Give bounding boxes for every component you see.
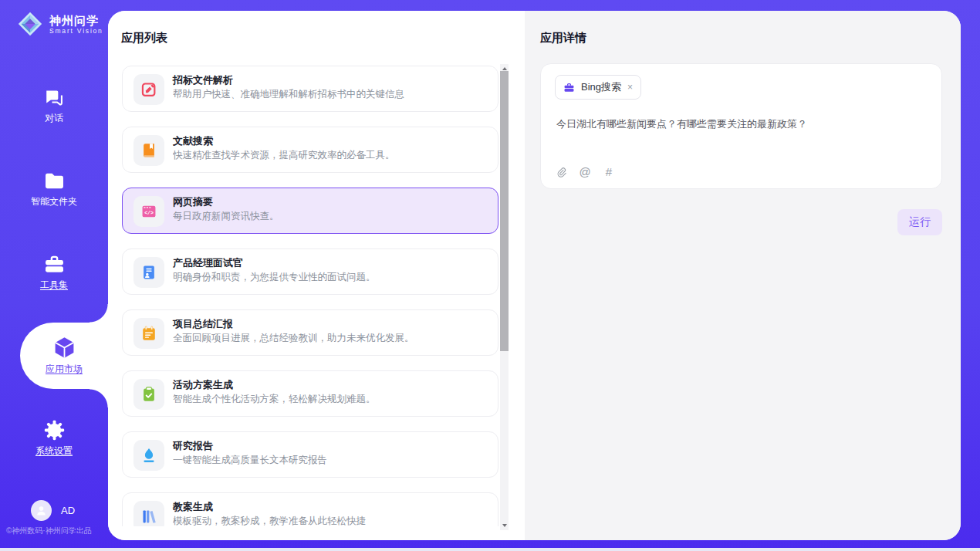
briefcase-icon xyxy=(563,82,575,93)
app-desc: 帮助用户快速、准确地理解和解析招标书中的关键信息 xyxy=(173,88,488,101)
sidebar-item-label: 应用市场 xyxy=(46,363,83,376)
hash-icon[interactable]: # xyxy=(603,166,615,178)
app-title: 活动方案生成 xyxy=(173,378,233,392)
avatar xyxy=(31,500,52,521)
book-icon xyxy=(133,135,164,166)
app-card-lesson-plan[interactable]: 教案生成 模板驱动，教案秒成，教学准备从此轻松快捷 xyxy=(122,492,498,526)
folder-icon xyxy=(43,170,66,192)
scrollbar-thumb[interactable] xyxy=(500,71,509,351)
app-desc: 一键智能生成高质量长文本研究报告 xyxy=(173,454,488,467)
scroll-down-arrow[interactable] xyxy=(500,521,509,530)
user-name: AD xyxy=(61,505,75,516)
app-card-bid-doc-parse[interactable]: 招标文件解析 帮助用户快速、准确地理解和解析招标书中的关键信息 xyxy=(122,66,498,112)
sidebar-active-bubble: 应用市场 xyxy=(20,323,108,389)
app-desc: 全面回顾项目进展，总结经验教训，助力未来优化发展。 xyxy=(173,332,488,345)
app-desc: 模板驱动，教案秒成，教学准备从此轻松快捷 xyxy=(173,515,488,526)
app-desc: 明确身份和职责，为您提供专业性的面试问题。 xyxy=(173,271,488,284)
sidebar-item-chat[interactable]: 对话 xyxy=(0,86,108,125)
brand-title: 神州问学 xyxy=(49,14,103,27)
sidebar-item-label: 智能文件夹 xyxy=(31,195,77,208)
app-desc: 每日政府新闻资讯快查。 xyxy=(173,210,488,223)
detail-panel: 应用详情 Bing搜索 × 今日湖北有哪些新闻要点？有哪些需要关注的最新政策？ … xyxy=(525,11,961,540)
sidebar-item-settings[interactable]: 系统设置 xyxy=(0,419,108,458)
sidebar-item-label: 对话 xyxy=(45,112,63,125)
app-list: 招标文件解析 帮助用户快速、准确地理解和解析招标书中的关键信息 文献搜索 快速精… xyxy=(108,64,525,526)
query-input[interactable]: 今日湖北有哪些新闻要点？有哪些需要关注的最新政策？ xyxy=(556,117,926,131)
app-card-pm-interviewer[interactable]: 产品经理面试官 明确身份和职责，为您提供专业性的面试问题。 xyxy=(122,248,498,295)
sidebar-item-smart-folder[interactable]: 智能文件夹 xyxy=(0,170,108,208)
doc-person-icon xyxy=(133,257,164,288)
window-bottom-edge xyxy=(0,548,980,551)
pen-square-icon xyxy=(133,74,164,105)
app-card-web-summary-selected[interactable]: </> 网页摘要 每日政府新闻资讯快查。 xyxy=(122,188,498,234)
app-title: 产品经理面试官 xyxy=(173,256,243,270)
content-shell: 应用列表 招标文件解析 帮助用户快速、准确地理解和解析招标书中的关键信息 文献搜… xyxy=(108,11,961,540)
user-icon xyxy=(35,504,48,517)
chat-icon xyxy=(43,86,66,109)
composer-toolbar: @ # xyxy=(555,166,615,178)
app-card-event-plan[interactable]: 活动方案生成 智能生成个性化活动方案，轻松解决规划难题。 xyxy=(122,370,498,417)
app-card-project-summary[interactable]: 项目总结汇报 全面回顾项目进展，总结经验教训，助力未来优化发展。 xyxy=(122,309,498,356)
tool-tag-label: Bing搜索 xyxy=(581,80,621,94)
apps-panel-title: 应用列表 xyxy=(121,31,167,46)
app-title: 文献搜索 xyxy=(173,134,213,148)
calendar-icon xyxy=(133,318,164,349)
brand-subtitle: Smart Vision xyxy=(49,27,103,35)
app-logo: 神州问学 Smart Vision xyxy=(15,9,103,39)
toolbox-icon xyxy=(43,253,66,276)
sidebar-item-label: 系统设置 xyxy=(35,445,73,458)
app-card-literature-search[interactable]: 文献搜索 快速精准查找学术资源，提高研究效率的必备工具。 xyxy=(122,127,498,173)
diamond-logo-icon xyxy=(15,9,45,39)
sidebar-item-toolset[interactable]: 工具集 xyxy=(0,253,108,292)
app-title: 招标文件解析 xyxy=(173,73,233,87)
app-title: 研究报告 xyxy=(173,439,213,453)
clipboard-check-icon xyxy=(133,379,164,410)
books-icon xyxy=(133,501,164,526)
sidebar-footer-text: ©神州数码·神州问学出品 xyxy=(6,526,92,536)
user-account[interactable]: AD xyxy=(31,500,75,521)
app-title: 项目总结汇报 xyxy=(173,317,233,331)
app-card-research-report[interactable]: 研究报告 一键智能生成高质量长文本研究报告 xyxy=(122,431,498,478)
app-title: 网页摘要 xyxy=(173,195,213,209)
app-desc: 智能生成个性化活动方案，轻松解决规划难题。 xyxy=(173,393,488,406)
tool-tag-bing-search[interactable]: Bing搜索 × xyxy=(555,75,641,100)
app-desc: 快速精准查找学术资源，提高研究效率的必备工具。 xyxy=(173,149,488,162)
svg-text:</>: </> xyxy=(144,211,154,216)
composer-card: Bing搜索 × 今日湖北有哪些新闻要点？有哪些需要关注的最新政策？ @ # xyxy=(540,63,942,189)
app-list-scrollbar[interactable] xyxy=(500,64,509,530)
gear-icon xyxy=(43,419,66,441)
at-icon[interactable]: @ xyxy=(579,166,591,178)
ink-drop-icon xyxy=(133,440,164,471)
sidebar-item-app-market[interactable]: 应用市场 xyxy=(20,323,108,389)
run-button[interactable]: 运行 xyxy=(897,209,942,235)
cube-icon xyxy=(52,336,76,360)
apps-panel: 应用列表 招标文件解析 帮助用户快速、准确地理解和解析招标书中的关键信息 文献搜… xyxy=(108,11,525,540)
app-title: 教案生成 xyxy=(173,500,213,514)
browser-code-icon: </> xyxy=(133,196,164,227)
close-icon[interactable]: × xyxy=(627,83,633,92)
sidebar-item-label: 工具集 xyxy=(40,279,68,292)
sidebar: 神州问学 Smart Vision 对话 智能文件夹 工具集 应用市场 系统设置… xyxy=(0,0,108,551)
paperclip-icon[interactable] xyxy=(555,166,567,178)
detail-panel-title: 应用详情 xyxy=(540,31,586,46)
